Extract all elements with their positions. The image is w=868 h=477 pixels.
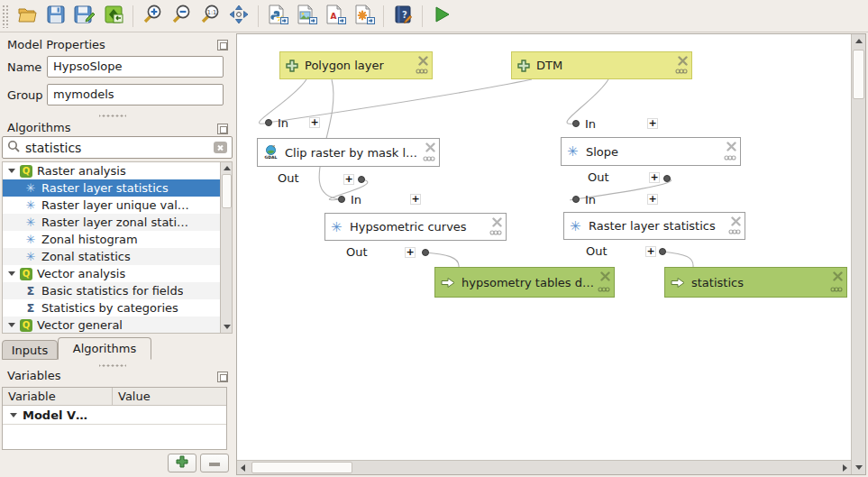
scroll-down-icon[interactable] (224, 325, 231, 329)
save-icon (45, 4, 67, 28)
scroll-down-icon[interactable] (855, 465, 863, 470)
open-model-button[interactable] (14, 3, 41, 30)
algorithm-node-clip-raster-by-mask-layer[interactable]: GDAL Clip raster by mask layer (257, 138, 440, 167)
tree-item-raster-layer-zonal-statistics[interactable]: ✳ Raster layer zonal stati… (3, 214, 223, 231)
scroll-left-icon[interactable] (241, 464, 245, 472)
zoom-out-button[interactable] (168, 3, 195, 30)
tree-scrollbar-thumb[interactable] (222, 174, 232, 208)
panel-splitter-handle[interactable] (99, 362, 126, 368)
socket-in-dot[interactable] (338, 196, 345, 203)
svg-text:A: A (331, 12, 337, 21)
socket-expand-icon[interactable]: + (645, 246, 656, 257)
clear-search-icon[interactable] (214, 142, 227, 153)
node-options-icon[interactable] (724, 150, 736, 163)
horizontal-scrollbar-thumb[interactable] (251, 462, 352, 473)
tab-algorithms[interactable]: Algorithms (58, 337, 151, 360)
help-icon: ? (392, 4, 414, 28)
search-input-value[interactable]: statistics (25, 141, 214, 155)
algorithm-gear-icon: ✳ (331, 219, 343, 235)
export-svg-button[interactable] (351, 3, 378, 30)
scroll-up-icon[interactable] (855, 39, 863, 43)
socket-expand-icon[interactable]: + (343, 174, 354, 185)
algorithm-node-hypsometric-curves[interactable]: ✳ Hypsometric curves (324, 213, 507, 241)
column-header-variable: Variable (3, 388, 113, 405)
node-options-icon[interactable] (675, 63, 688, 77)
save-model-as-button[interactable] (71, 3, 98, 30)
expander-icon[interactable] (8, 169, 15, 173)
undock-panel-icon[interactable] (217, 124, 228, 134)
algorithm-node-slope[interactable]: ✳ Slope (561, 137, 741, 166)
tree-item-statistics-by-categories[interactable]: Σ Statistics by categories (3, 299, 223, 316)
remove-variable-button[interactable] (200, 454, 229, 472)
export-pdf-button[interactable]: A (322, 3, 349, 30)
node-options-icon[interactable] (598, 281, 610, 295)
open-folder-icon (16, 4, 38, 28)
tree-item-raster-layer-unique-values[interactable]: ✳ Raster layer unique val… (3, 197, 223, 214)
tree-scrollbar[interactable] (220, 162, 232, 333)
socket-out-dot[interactable] (422, 249, 429, 256)
sigma-icon: Σ (24, 301, 37, 315)
expander-icon[interactable] (10, 413, 17, 417)
model-input-node-polygon-layer[interactable]: Polygon layer (279, 51, 433, 79)
add-variable-button[interactable] (168, 454, 196, 472)
zoom-actual-button[interactable]: 1:1 (196, 3, 224, 30)
help-button[interactable]: ? (389, 3, 416, 30)
expander-icon[interactable] (8, 323, 15, 327)
tree-group-raster-analysis[interactable]: Q Raster analysis (3, 162, 223, 179)
socket-out-label: Out (346, 245, 368, 259)
variables-group-row[interactable]: Model V… (3, 406, 226, 425)
model-canvas[interactable]: Polygon layer DTM In + GDAL Clip raster … (237, 34, 851, 460)
socket-expand-icon[interactable]: + (410, 194, 421, 205)
socket-expand-icon[interactable]: + (647, 194, 658, 205)
toolbar-drag-handle[interactable] (2, 5, 9, 28)
node-options-icon[interactable] (728, 224, 741, 237)
algorithm-search-box[interactable]: statistics (2, 136, 233, 159)
canvas-vertical-scrollbar[interactable] (851, 34, 865, 474)
zoom-full-button[interactable] (225, 3, 252, 30)
tree-item-zonal-histogram[interactable]: ✳ Zonal histogram (3, 231, 223, 248)
node-options-icon[interactable] (423, 151, 435, 164)
panel-splitter-handle[interactable] (99, 113, 126, 118)
model-group-input[interactable]: mymodels (47, 84, 224, 105)
scroll-right-icon[interactable] (843, 464, 847, 472)
tree-item-zonal-statistics[interactable]: ✳ Zonal statistics (3, 248, 223, 265)
zoom-in-button[interactable] (139, 3, 166, 30)
expander-icon[interactable] (8, 271, 15, 276)
socket-expand-icon[interactable]: + (649, 172, 660, 183)
run-model-icon (431, 4, 452, 28)
undock-panel-icon[interactable] (217, 372, 228, 382)
socket-in-dot[interactable] (265, 119, 272, 126)
tab-inputs[interactable]: Inputs (2, 340, 58, 360)
socket-out-dot[interactable] (358, 176, 365, 183)
tree-item-raster-layer-statistics[interactable]: ✳ Raster layer statistics (3, 179, 223, 197)
model-output-node-hypsometry-tables[interactable]: hypsometry tables dir… (434, 267, 615, 298)
socket-in-dot[interactable] (572, 196, 580, 203)
edge-dtm-to-clip (269, 79, 532, 123)
node-options-icon[interactable] (416, 63, 428, 77)
tree-group-vector-analysis[interactable]: Q Vector analysis (3, 265, 223, 282)
vertical-scrollbar-thumb[interactable] (853, 50, 864, 99)
undock-panel-icon[interactable] (217, 40, 228, 50)
run-model-button[interactable] (428, 3, 455, 30)
node-title: statistics (691, 276, 744, 289)
model-name-input[interactable]: HypsoSlope (47, 56, 224, 78)
node-options-icon[interactable] (830, 281, 843, 295)
socket-out-dot[interactable] (659, 248, 666, 255)
export-python-button[interactable] (264, 3, 291, 30)
save-model-in-project-button[interactable] (100, 3, 127, 30)
export-image-button[interactable] (293, 3, 320, 30)
save-model-button[interactable] (42, 3, 69, 30)
node-options-icon[interactable] (489, 225, 502, 238)
tree-item-basic-statistics-for-fields[interactable]: Σ Basic statistics for fields (3, 282, 223, 299)
tree-group-vector-general[interactable]: Q Vector general (3, 316, 223, 334)
socket-in-dot[interactable] (572, 120, 580, 127)
socket-expand-icon[interactable]: + (405, 247, 416, 258)
socket-expand-icon[interactable]: + (309, 117, 320, 128)
socket-expand-icon[interactable]: + (647, 118, 658, 129)
socket-out-dot[interactable] (663, 175, 671, 182)
algorithm-node-raster-layer-statistics[interactable]: ✳ Raster layer statistics (563, 212, 745, 240)
model-output-node-statistics[interactable]: statistics (664, 267, 847, 298)
model-input-node-dtm[interactable]: DTM (511, 51, 692, 79)
scroll-up-icon[interactable] (224, 166, 231, 170)
canvas-horizontal-scrollbar[interactable] (237, 460, 851, 474)
